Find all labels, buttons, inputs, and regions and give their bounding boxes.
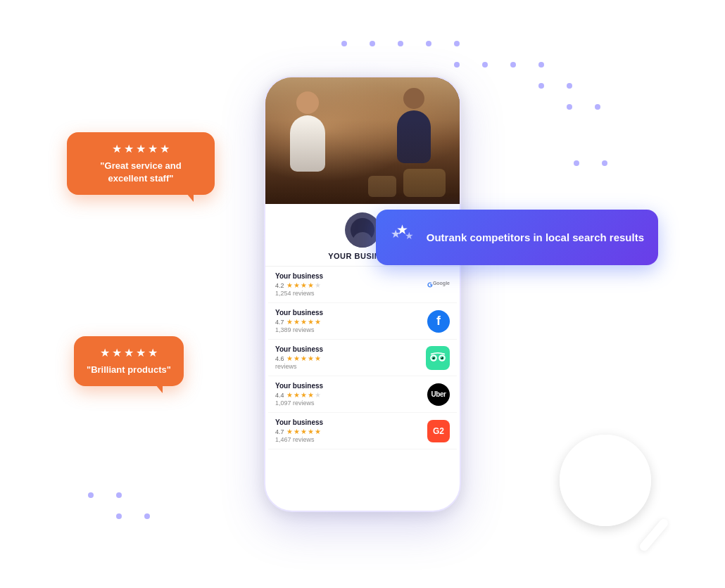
star: ★ — [286, 391, 293, 399]
bubble-star: ★ — [124, 346, 134, 359]
star: ★ — [315, 428, 321, 435]
star: ★ — [308, 281, 314, 289]
magnifier — [560, 435, 651, 526]
review-biz-name: Your business — [275, 345, 426, 353]
dot — [341, 41, 347, 46]
star: ★ — [308, 428, 314, 435]
bubble-star: ★ — [124, 142, 134, 155]
star: ★ — [294, 428, 300, 435]
phone-mockup: YOUR BUSINESS Your business 4.2 ★ ★ ★ ★ … — [264, 76, 461, 512]
star: ★ — [308, 354, 314, 362]
review-row: Your business 4.6 ★ ★ ★ ★ ★ reviews — [268, 340, 457, 376]
star: ★ — [301, 428, 307, 435]
star: ★ — [308, 391, 314, 399]
dot — [116, 492, 122, 498]
dot — [426, 41, 431, 46]
dot — [88, 492, 94, 498]
review-count: 1,097 reviews — [275, 400, 427, 407]
dot — [538, 62, 544, 68]
bubble-stars-top: ★ ★ ★ ★ ★ — [80, 142, 202, 155]
star: ★ — [301, 318, 307, 326]
phone-header-image — [265, 77, 460, 204]
star: ★ — [294, 318, 300, 326]
dot — [370, 41, 375, 46]
google-logo: Google — [427, 274, 450, 296]
star: ★ — [286, 428, 293, 435]
review-count: reviews — [275, 363, 426, 370]
stars-row: 4.6 ★ ★ ★ ★ ★ — [275, 354, 426, 362]
review-count: 1,467 reviews — [275, 436, 427, 443]
review-biz-name: Your business — [275, 272, 427, 280]
speech-bubble-top: ★ ★ ★ ★ ★ "Great service and excellent s… — [67, 132, 215, 195]
bubble-text-bottom: "Brilliant products" — [87, 364, 171, 376]
review-info: Your business 4.4 ★ ★ ★ ★ ★ 1,097 review… — [275, 382, 427, 407]
star: ★ — [315, 318, 321, 326]
dot — [602, 160, 607, 166]
svg-point-7 — [441, 357, 442, 357]
svg-text:★: ★ — [404, 230, 413, 241]
review-info: Your business 4.7 ★ ★ ★ ★ ★ 1,467 review… — [275, 418, 427, 443]
bubble-star: ★ — [160, 142, 170, 155]
dot — [454, 41, 460, 46]
facebook-logo: f — [427, 310, 450, 333]
bubble-star: ★ — [112, 142, 122, 155]
bubble-star: ★ — [100, 346, 110, 359]
star: ★ — [286, 354, 293, 362]
review-biz-name: Your business — [275, 382, 427, 390]
review-biz-name: Your business — [275, 418, 427, 426]
stars-row: 4.7 ★ ★ ★ ★ ★ — [275, 428, 427, 435]
bubble-star: ★ — [148, 142, 158, 155]
review-row: Your business 4.7 ★ ★ ★ ★ ★ 1,389 review… — [268, 303, 457, 340]
review-info: Your business 4.2 ★ ★ ★ ★ ★ 1,254 review… — [275, 272, 427, 297]
bubble-star: ★ — [148, 346, 158, 359]
dot — [538, 83, 544, 89]
svg-point-6 — [433, 357, 434, 357]
star-half: ★ — [315, 391, 321, 399]
stars-row: 4.7 ★ ★ ★ ★ ★ — [275, 318, 427, 326]
bubble-star: ★ — [136, 346, 146, 359]
outrank-text: Outrank competitors in local search resu… — [427, 231, 644, 245]
dot — [510, 62, 516, 68]
review-row: Your business 4.2 ★ ★ ★ ★ ★ 1,254 review… — [268, 267, 457, 303]
outrank-bubble: ★ ★ ★ Outrank competitors in local searc… — [376, 210, 658, 265]
bubble-star: ★ — [112, 346, 122, 359]
bubble-stars-bottom: ★ ★ ★ ★ ★ — [87, 346, 171, 359]
review-count: 1,389 reviews — [275, 326, 427, 333]
review-row: Your business 4.4 ★ ★ ★ ★ ★ 1,097 review… — [268, 376, 457, 413]
dot — [482, 62, 488, 68]
dot — [574, 160, 579, 166]
magnifier-handle — [638, 518, 670, 553]
star: ★ — [315, 354, 321, 362]
uber-logo: Uber — [427, 383, 450, 406]
star: ★ — [286, 318, 293, 326]
star: ★ — [301, 391, 307, 399]
dot — [116, 513, 122, 519]
review-count: 1,254 reviews — [275, 290, 427, 297]
star: ★ — [301, 354, 307, 362]
star: ★ — [294, 281, 300, 289]
speech-bubble-bottom: ★ ★ ★ ★ ★ "Brilliant products" — [74, 336, 184, 386]
tripadvisor-logo — [426, 346, 450, 370]
review-info: Your business 4.7 ★ ★ ★ ★ ★ 1,389 review… — [275, 309, 427, 333]
phone-reviews-list: Your business 4.2 ★ ★ ★ ★ ★ 1,254 review… — [265, 267, 460, 449]
star: ★ — [294, 354, 300, 362]
dot — [567, 104, 572, 110]
dot — [567, 83, 572, 89]
main-scene: YOUR BUSINESS Your business 4.2 ★ ★ ★ ★ … — [46, 20, 679, 568]
g2-logo: G2 — [427, 420, 450, 442]
review-biz-name: Your business — [275, 309, 427, 317]
star: ★ — [308, 318, 314, 326]
person-left — [283, 91, 332, 183]
magnifier-glass — [560, 435, 651, 526]
star: ★ — [294, 391, 300, 399]
bubble-star: ★ — [136, 142, 146, 155]
dot — [144, 513, 150, 519]
dot — [398, 41, 403, 46]
review-info: Your business 4.6 ★ ★ ★ ★ ★ reviews — [275, 345, 426, 370]
review-row: Your business 4.7 ★ ★ ★ ★ ★ 1,467 review… — [268, 413, 457, 449]
star: ★ — [301, 281, 307, 289]
business-logo — [345, 212, 380, 248]
stars-row: 4.2 ★ ★ ★ ★ ★ — [275, 281, 427, 289]
star-trophy-icon: ★ ★ ★ — [387, 221, 418, 254]
dot — [595, 104, 600, 110]
